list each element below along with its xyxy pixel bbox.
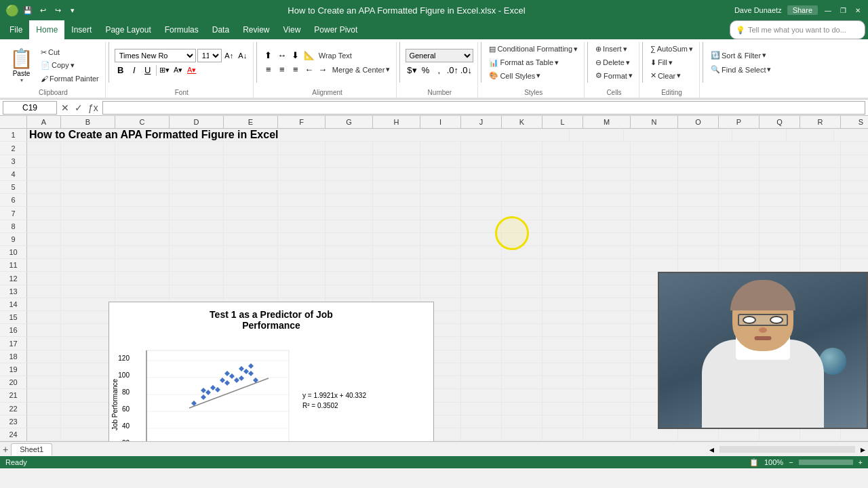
cell-F2[interactable] — [278, 142, 326, 155]
cell-N5[interactable] — [631, 181, 678, 194]
cell-F9[interactable] — [278, 233, 326, 246]
cell-G9[interactable] — [326, 233, 373, 246]
cell-J22[interactable] — [461, 403, 502, 415]
number-format-select[interactable]: General — [406, 49, 473, 62]
cell-M19[interactable] — [583, 363, 631, 376]
cell-M3[interactable] — [583, 155, 631, 168]
cell-L5[interactable] — [542, 181, 583, 194]
cell-L2[interactable] — [542, 142, 583, 155]
cell-B10[interactable] — [61, 246, 115, 259]
cell-K21[interactable] — [502, 389, 542, 402]
cell-R9[interactable] — [800, 233, 841, 246]
cell-styles-btn[interactable]: 🎨 Cell Styles ▾ — [487, 70, 580, 81]
cell-B9[interactable] — [61, 233, 115, 246]
align-middle-btn[interactable]: ↔ — [276, 49, 288, 62]
align-top-btn[interactable]: ⬆ — [262, 49, 275, 62]
cell-A14[interactable] — [27, 298, 61, 311]
cell-O5[interactable] — [678, 181, 719, 194]
cell-E4[interactable] — [224, 168, 278, 181]
cell-L4[interactable] — [542, 168, 583, 181]
font-grow-btn[interactable]: A↑ — [223, 49, 235, 62]
cell-C4[interactable] — [115, 168, 170, 181]
row-header-1[interactable]: 1 — [0, 129, 27, 142]
row-header-15[interactable]: 15 — [0, 311, 27, 324]
cell-H5[interactable] — [373, 181, 420, 194]
cell-A19[interactable] — [27, 363, 61, 376]
cell-J3[interactable] — [461, 155, 502, 168]
tell-me-bar[interactable]: 💡 Tell me what you want to do... — [730, 20, 865, 39]
col-header-o[interactable]: O — [678, 116, 719, 128]
cell-B14[interactable] — [61, 298, 115, 311]
cell-reference-box[interactable] — [3, 101, 57, 115]
fill-color-btn[interactable]: A▾ — [172, 64, 184, 77]
cell-B20[interactable] — [61, 376, 115, 389]
cell-L21[interactable] — [542, 389, 583, 402]
cell-L15[interactable] — [542, 311, 583, 324]
minimize-btn[interactable]: — — [823, 5, 833, 15]
cell-D2[interactable] — [170, 142, 224, 155]
cell-J14[interactable] — [461, 298, 502, 311]
formula-input[interactable] — [102, 101, 865, 115]
cell-A4[interactable] — [27, 168, 61, 181]
cell-B16[interactable] — [61, 324, 115, 337]
cell-P10[interactable] — [719, 246, 760, 259]
cell-Q2[interactable] — [760, 142, 800, 155]
share-button[interactable]: Share — [787, 5, 818, 15]
align-left-btn[interactable]: ≡ — [262, 64, 275, 76]
customize-qat-btn[interactable]: ▾ — [66, 4, 79, 16]
formula-cancel-btn[interactable]: ✕ — [60, 102, 71, 113]
cell-G6[interactable] — [326, 194, 373, 207]
cell-N6[interactable] — [631, 194, 678, 207]
cell-H6[interactable] — [373, 194, 420, 207]
cell-M2[interactable] — [583, 142, 631, 155]
underline-button[interactable]: U — [142, 64, 154, 77]
cell-A9[interactable] — [27, 233, 61, 246]
cell-M6[interactable] — [583, 194, 631, 207]
cell-Q4[interactable] — [760, 168, 800, 181]
menu-file[interactable]: File — [3, 20, 29, 39]
cell-D7[interactable] — [170, 207, 224, 220]
cell-K3[interactable] — [502, 155, 542, 168]
chart-container[interactable]: Test 1 as a Predictor of JobPerformance … — [108, 302, 434, 441]
cell-F13[interactable] — [278, 285, 326, 298]
cell-Q11[interactable] — [760, 259, 800, 272]
sheet-tab-sheet1[interactable]: Sheet1 — [11, 443, 52, 455]
cell-N7[interactable] — [631, 207, 678, 220]
cell-R10[interactable] — [800, 246, 841, 259]
cell-C9[interactable] — [115, 233, 170, 246]
cell-D10[interactable] — [170, 246, 224, 259]
cell-N10[interactable] — [631, 246, 678, 259]
cell-I7[interactable] — [420, 207, 461, 220]
cell-K24[interactable] — [502, 428, 542, 441]
cell-M9[interactable] — [583, 233, 631, 246]
col-header-s[interactable]: S — [841, 116, 868, 128]
cell-A20[interactable] — [27, 376, 61, 389]
cell-C2[interactable] — [115, 142, 170, 155]
cell-R8[interactable] — [800, 220, 841, 233]
cell-P3[interactable] — [719, 155, 760, 168]
cell-Q7[interactable] — [760, 207, 800, 220]
cell-R2[interactable] — [800, 142, 841, 155]
row-header-12[interactable]: 12 — [0, 272, 27, 285]
zoom-out-btn[interactable]: − — [789, 458, 793, 466]
cut-button[interactable]: ✂ Cut — [39, 47, 101, 58]
cell-P2[interactable] — [719, 142, 760, 155]
cell-F12[interactable] — [278, 272, 326, 285]
cell-H10[interactable] — [373, 246, 420, 259]
cell-K18[interactable] — [502, 350, 542, 363]
cell-G3[interactable] — [326, 155, 373, 168]
cell-M13[interactable] — [583, 285, 631, 298]
cell-K22[interactable] — [502, 403, 542, 415]
cell-C13[interactable] — [115, 285, 170, 298]
cell-F1[interactable] — [787, 129, 834, 142]
cell-F8[interactable] — [278, 220, 326, 233]
cell-K8[interactable] — [502, 220, 542, 233]
row-header-21[interactable]: 21 — [0, 389, 27, 402]
cell-B15[interactable] — [61, 311, 115, 324]
border-button[interactable]: ⊞▾ — [159, 64, 171, 77]
cell-B2[interactable] — [61, 142, 115, 155]
cell-M8[interactable] — [583, 220, 631, 233]
cell-G4[interactable] — [326, 168, 373, 181]
cell-E3[interactable] — [224, 155, 278, 168]
wrap-text-btn[interactable]: Wrap Text — [317, 49, 354, 62]
